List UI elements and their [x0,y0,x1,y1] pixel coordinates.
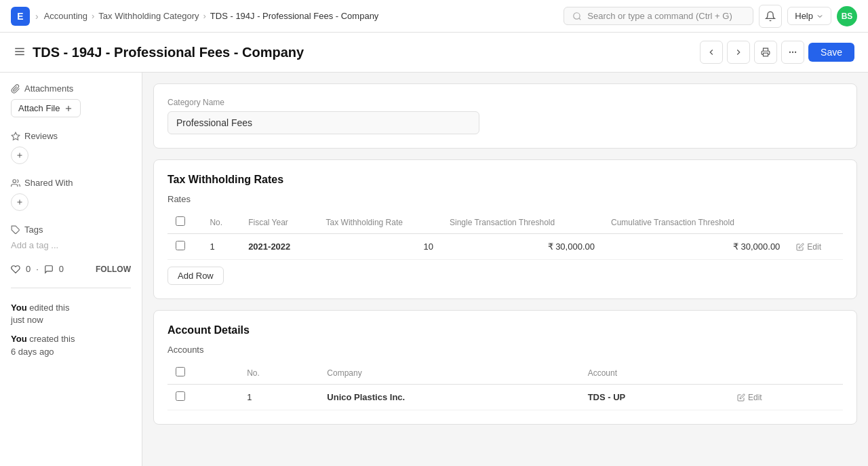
reviews-title: Reviews [11,131,131,141]
help-button[interactable]: Help [787,7,831,25]
breadcrumb-sep-1: › [35,11,39,22]
search-placeholder: Search or type a command (Ctrl + G) [587,11,732,21]
rates-row-single: ₹ 30,000.00 [441,234,603,260]
rates-col-fiscal: Fiscal Year [240,211,317,234]
rates-section-title: Tax Withholding Rates [167,174,843,186]
breadcrumb-accounting[interactable]: Accounting [44,11,87,21]
activity-time-1: just now [11,315,43,325]
print-icon [761,47,770,57]
svg-point-0 [574,12,580,18]
activity-time-2: 6 days ago [11,347,54,357]
accounts-col-no: No. [239,362,319,385]
bell-icon [765,11,776,22]
main-layout: Attachments Attach File Reviews Shared W… [0,73,868,466]
breadcrumb: Accounting › Tax Withholding Category › … [44,11,379,21]
attach-file-button[interactable]: Attach File [11,99,81,117]
rates-row-checkbox [167,234,201,260]
activity-section: You edited this just now You created thi… [11,302,131,358]
app-icon[interactable]: E [11,7,30,26]
plus-icon-reviews [16,151,24,159]
accounts-row-no: 1 [239,385,319,410]
add-shared-button[interactable] [11,193,28,211]
rates-row-fiscal: 2021-2022 [240,234,317,260]
more-icon [788,47,797,57]
top-nav: E › Accounting › Tax Withholding Categor… [0,0,868,33]
more-button[interactable] [781,41,804,64]
rates-row-no: 1 [201,234,240,260]
rates-table: No. Fiscal Year Tax Withholding Rate Sin… [167,211,843,260]
plus-icon [64,104,73,113]
chevron-right-icon [734,47,743,57]
next-button[interactable] [727,41,750,64]
tags-section: Tags Add a tag ... [11,225,131,250]
sidebar: Attachments Attach File Reviews Shared W… [0,73,142,466]
save-button[interactable]: Save [808,43,854,62]
accounts-row-checkbox [167,385,239,410]
category-name-value[interactable]: Professional Fees [167,111,479,134]
accounts-select-all[interactable] [176,367,185,376]
search-bar[interactable]: Search or type a command (Ctrl + G) [564,7,753,25]
pencil-icon-accounts [737,393,745,402]
tax-withholding-rates-card: Tax Withholding Rates Rates No. Fiscal Y… [153,159,857,299]
rates-col-single: Single Transaction Threshold [441,211,603,234]
shared-with-label: Shared With [24,178,73,188]
rates-col-rate: Tax Withholding Rate [318,211,441,234]
hamburger-icon [14,45,26,58]
svg-point-6 [789,52,790,52]
tag-input[interactable]: Add a tag ... [11,240,131,250]
attach-file-label: Attach File [18,103,60,113]
user-avatar[interactable]: BS [837,6,857,26]
breadcrumb-current: TDS - 194J - Professional Fees - Company [210,11,379,21]
rates-row-select[interactable] [176,241,185,250]
search-icon [572,12,582,21]
star-icon [11,132,20,141]
plus-icon-shared [16,198,24,206]
heart-icon [11,265,20,274]
accounts-col-checkbox [167,362,239,385]
add-review-button[interactable] [11,147,28,164]
category-name-label: Category Name [167,98,843,107]
rates-sub-label: Rates [167,194,843,204]
svg-marker-11 [12,132,20,140]
svg-rect-5 [764,53,768,56]
attachments-label: Attachments [24,83,73,94]
pencil-icon [796,243,804,251]
tags-title: Tags [11,225,131,235]
comment-icon [44,265,54,274]
print-button[interactable] [754,41,777,64]
accounts-col-company: Company [319,362,579,385]
notification-button[interactable] [759,5,782,28]
rates-row-cumulative: ₹ 30,000.00 [603,234,788,260]
rates-col-checkbox [167,211,201,234]
reviews-section: Reviews [11,131,131,164]
breadcrumb-sep-3: › [203,11,205,21]
rates-header-row: No. Fiscal Year Tax Withholding Rate Sin… [167,211,843,234]
accounts-edit-button[interactable]: Edit [737,393,762,402]
sidebar-toggle[interactable] [14,45,26,60]
tags-label: Tags [24,225,43,235]
rates-edit-button[interactable]: Edit [796,242,821,252]
rates-col-cumulative: Cumulative Transaction Threshold [603,211,788,234]
rates-select-all[interactable] [176,216,185,226]
svg-point-14 [13,179,16,182]
accounts-table: No. Company Account 1 Unico Plastics Inc… [167,362,843,410]
likes-count: 0 [26,264,31,274]
breadcrumb-sep-2: › [92,11,94,21]
table-row: 1 2021-2022 10 ₹ 30,000.00 ₹ 30,000.00 E… [167,234,843,260]
paperclip-icon [11,84,20,94]
tag-icon [11,225,20,235]
rates-col-actions [788,211,843,234]
account-details-card: Account Details Accounts No. Company Acc… [153,310,857,425]
activity-item-2: You created this 6 days ago [11,333,131,357]
accounts-row-select[interactable] [176,391,185,401]
activity-user-1: You [11,303,27,313]
rates-add-row-button[interactable]: Add Row [167,267,224,285]
accounts-row-company: Unico Plastics Inc. [319,385,579,410]
svg-point-7 [792,52,793,52]
breadcrumb-tax-withholding[interactable]: Tax Withholding Category [98,11,199,21]
activity-user-2: You [11,334,27,344]
follow-button[interactable]: FOLLOW [96,265,131,274]
prev-button[interactable] [700,41,723,64]
activity-action-2: created this [27,334,75,344]
attachments-title: Attachments [11,83,131,94]
